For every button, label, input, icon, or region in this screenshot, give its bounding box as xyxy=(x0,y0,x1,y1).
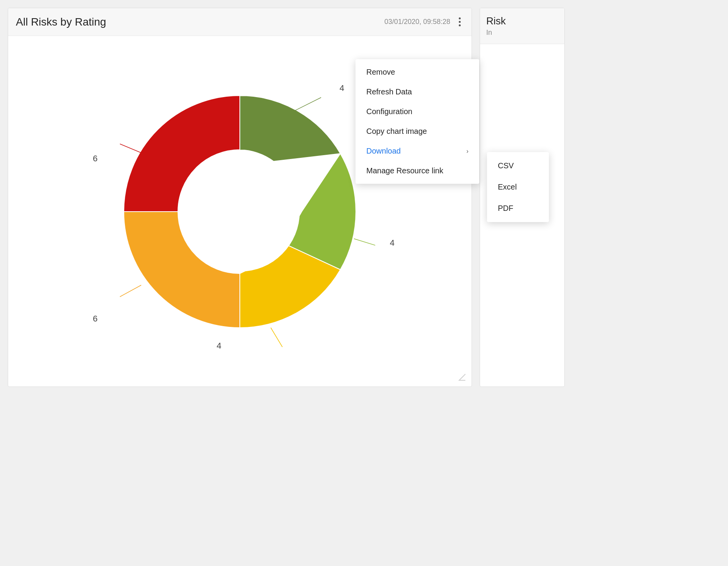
right-panel-title: Risk xyxy=(486,15,558,27)
donut-chart-svg xyxy=(104,76,375,347)
kebab-dot-3 xyxy=(459,24,461,26)
segment-dark-green xyxy=(240,96,340,161)
chart-area: 4 6 4 6 4 Remove Refresh Data Configurat… xyxy=(8,36,472,387)
donut-center xyxy=(180,152,300,272)
label-bottom: 4 xyxy=(217,341,221,351)
line-left-top xyxy=(120,144,143,154)
menu-item-download[interactable]: Download › xyxy=(355,141,479,161)
donut-chart-container: 4 6 4 6 4 xyxy=(104,76,375,347)
panel-header: All Risks by Rating 03/01/2020, 09:58:28 xyxy=(8,8,472,36)
line-top-right xyxy=(294,97,321,111)
kebab-dot-1 xyxy=(459,17,461,19)
download-submenu: CSV Excel PDF xyxy=(487,152,549,222)
panel-timestamp: 03/01/2020, 09:58:28 xyxy=(385,18,450,26)
submenu-excel[interactable]: Excel xyxy=(487,176,549,198)
resize-handle[interactable] xyxy=(458,373,467,382)
right-panel-subtitle: In xyxy=(486,29,558,37)
line-right-mid xyxy=(354,239,375,246)
panel-title: All Risks by Rating xyxy=(16,16,106,28)
menu-item-configuration[interactable]: Configuration xyxy=(355,102,479,121)
context-menu: Remove Refresh Data Configuration Copy c… xyxy=(355,59,479,184)
chevron-right-icon: › xyxy=(467,148,468,155)
submenu-pdf[interactable]: PDF xyxy=(487,198,549,219)
label-left-bottom: 6 xyxy=(93,314,97,324)
kebab-dot-2 xyxy=(459,21,461,23)
menu-item-refresh[interactable]: Refresh Data xyxy=(355,82,479,102)
menu-item-copy-chart[interactable]: Copy chart image xyxy=(355,121,479,141)
header-right: 03/01/2020, 09:58:28 xyxy=(385,15,464,29)
submenu-csv[interactable]: CSV xyxy=(487,155,549,176)
line-bottom xyxy=(271,328,282,347)
kebab-menu-button[interactable] xyxy=(456,15,464,29)
label-top-right: 4 xyxy=(340,83,344,93)
menu-item-manage[interactable]: Manage Resource link xyxy=(355,161,479,181)
menu-item-remove[interactable]: Remove xyxy=(355,62,479,82)
line-left-bottom xyxy=(120,285,141,297)
label-right-mid: 4 xyxy=(390,238,395,248)
label-left-top: 6 xyxy=(93,154,97,164)
main-panel: All Risks by Rating 03/01/2020, 09:58:28 xyxy=(8,8,472,387)
right-panel-header: Risk In xyxy=(480,8,564,44)
